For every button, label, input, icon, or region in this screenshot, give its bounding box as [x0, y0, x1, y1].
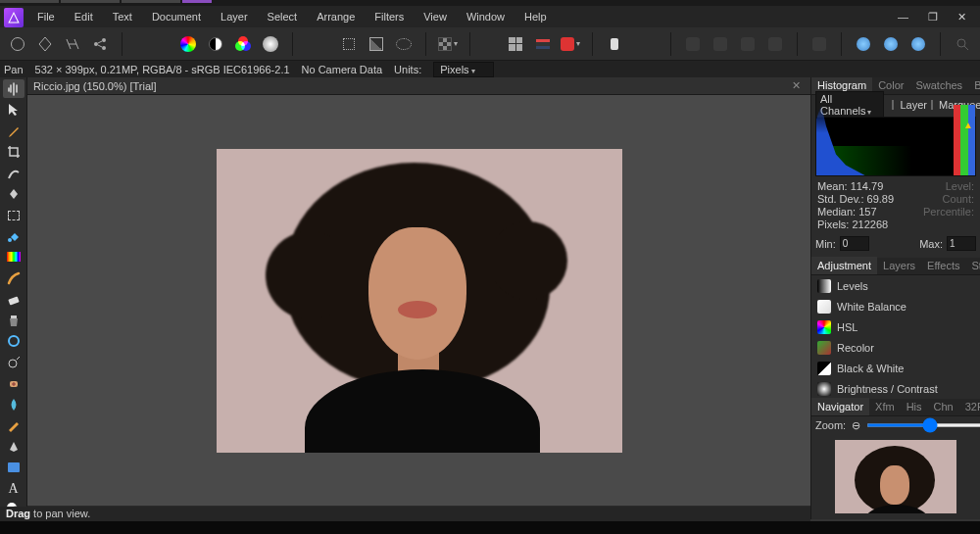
navigator-thumbnail[interactable] [835, 440, 956, 513]
close-icon[interactable]: ✕ [788, 79, 805, 92]
rainbow-icon[interactable] [176, 32, 200, 56]
dodge-tool[interactable] [3, 353, 24, 371]
menu-help[interactable]: Help [514, 7, 557, 26]
minimize-button[interactable]: — [892, 9, 914, 25]
menu-select[interactable]: Select [258, 7, 308, 26]
channels-dropdown[interactable]: All Channels [815, 91, 884, 119]
canvas-image [217, 149, 622, 453]
gradient-tool[interactable] [3, 248, 24, 267]
close-button[interactable]: ✕ [952, 9, 972, 25]
adjustment-black-white[interactable]: Black & White [811, 358, 980, 378]
align-icon[interactable] [808, 32, 831, 56]
tab-effects[interactable]: Effects [921, 257, 965, 274]
document-tab-label: Riccio.jpg (150.0%) [Trial] [33, 80, 157, 92]
menu-view[interactable]: View [414, 7, 457, 26]
tab-swatches[interactable]: Swatches [909, 77, 968, 94]
tab-navigator[interactable]: Navigator [811, 398, 869, 415]
adjustment-brightness-contrast[interactable]: Brightness / Contrast [811, 378, 980, 399]
persona-photo-icon[interactable] [6, 32, 29, 56]
menu-edit[interactable]: Edit [65, 7, 103, 26]
tab-32p[interactable]: 32P [959, 398, 980, 415]
tab-his[interactable]: His [901, 398, 928, 415]
units-dropdown[interactable]: Pixels [433, 62, 493, 77]
max-input[interactable] [947, 236, 976, 251]
color-picker-tool[interactable] [3, 121, 24, 140]
flag-icon[interactable] [531, 32, 555, 56]
menu-layer[interactable]: Layer [211, 7, 258, 26]
tab-adjustment[interactable]: Adjustment [811, 257, 877, 274]
adjustment-hsl[interactable]: HSL [811, 316, 980, 337]
marquee-rect-icon[interactable] [337, 32, 361, 56]
tab-layers[interactable]: Layers [877, 257, 921, 274]
status-action: Drag [6, 508, 30, 519]
text-tool[interactable]: A [3, 479, 24, 498]
marquee-checkbox[interactable] [931, 100, 933, 110]
tab-chn[interactable]: Chn [928, 398, 959, 415]
context-bar: Pan 532 × 399px, 0.21MP, RGBA/8 - sRGB I… [0, 61, 980, 77]
canvas-viewport[interactable] [27, 95, 810, 506]
flood-fill-tool[interactable] [3, 226, 24, 245]
stat-percentile: Percentile: [896, 206, 974, 218]
adjustment-white-balance[interactable]: White Balance [811, 296, 980, 316]
snap-dropdown[interactable] [559, 32, 582, 56]
menu-filters[interactable]: Filters [365, 7, 414, 26]
adjustment-levels[interactable]: Levels [811, 275, 980, 296]
tab-brushes[interactable]: Brushes [968, 77, 980, 94]
quickmask-dropdown[interactable] [436, 32, 460, 56]
assistant-icon[interactable] [603, 32, 626, 56]
paint-brush-tool[interactable] [3, 268, 24, 287]
selection-brush-tool[interactable] [3, 164, 24, 182]
menu-arrange[interactable]: Arrange [307, 7, 365, 26]
arrange-forward-icon[interactable] [736, 32, 760, 56]
clone-tool[interactable] [3, 311, 24, 329]
zoom-slider[interactable] [866, 423, 980, 427]
layer-checkbox[interactable] [892, 100, 894, 110]
menu-text[interactable]: Text [103, 7, 142, 26]
arrange-back-icon[interactable] [681, 32, 705, 56]
adjustment-recolor[interactable]: Recolor [811, 337, 980, 358]
healing-tool[interactable] [3, 374, 24, 393]
rectangle-tool[interactable] [3, 458, 24, 476]
marquee-diag-icon[interactable] [365, 32, 388, 56]
move-tool[interactable] [3, 100, 24, 119]
svg-rect-6 [8, 297, 19, 306]
pen-tool[interactable] [3, 437, 24, 456]
warning-icon: ▲ [963, 120, 973, 130]
svg-rect-3 [611, 38, 618, 50]
arrange-front-icon[interactable] [763, 32, 787, 56]
marquee-ellipse-icon[interactable] [392, 32, 416, 56]
svg-rect-7 [11, 316, 17, 318]
pan-tool[interactable] [3, 79, 24, 98]
boolean-sub-icon[interactable] [879, 32, 903, 56]
rgb-channels-icon[interactable] [231, 32, 255, 56]
marquee-tool[interactable] [3, 206, 24, 224]
zoom-out-icon[interactable]: ⊖ [852, 419, 860, 432]
document-tab[interactable]: Riccio.jpg (150.0%) [Trial] ✕ [27, 77, 810, 95]
persona-export-icon[interactable] [88, 32, 112, 56]
top-toolbar [0, 27, 980, 61]
persona-develop-icon[interactable] [61, 32, 84, 56]
tab-xfm[interactable]: Xfm [869, 398, 901, 415]
tab-styles[interactable]: Styles [966, 257, 981, 274]
min-input[interactable] [840, 236, 869, 251]
crop-tool[interactable] [3, 142, 24, 161]
blur-tool[interactable] [3, 395, 24, 413]
menu-file[interactable]: File [27, 7, 65, 26]
erase-tool[interactable] [3, 290, 24, 309]
boolean-add-icon[interactable] [852, 32, 875, 56]
restore-button[interactable]: ❐ [922, 9, 944, 25]
grid4-icon[interactable] [504, 32, 527, 56]
persona-liquify-icon[interactable] [33, 32, 57, 56]
flood-select-tool[interactable] [3, 184, 24, 203]
min-label: Min: [815, 238, 836, 250]
arrange-backward-icon[interactable] [709, 32, 732, 56]
softproof-icon[interactable] [259, 32, 282, 56]
menu-window[interactable]: Window [457, 7, 514, 26]
search-icon[interactable] [951, 32, 974, 56]
contrast-icon[interactable] [204, 32, 227, 56]
boolean-int-icon[interactable] [906, 32, 930, 56]
inpaint-tool[interactable] [3, 332, 24, 351]
menu-document[interactable]: Document [142, 7, 211, 26]
zoom-label: Zoom: [815, 419, 846, 431]
retouch-tool[interactable] [3, 416, 24, 435]
